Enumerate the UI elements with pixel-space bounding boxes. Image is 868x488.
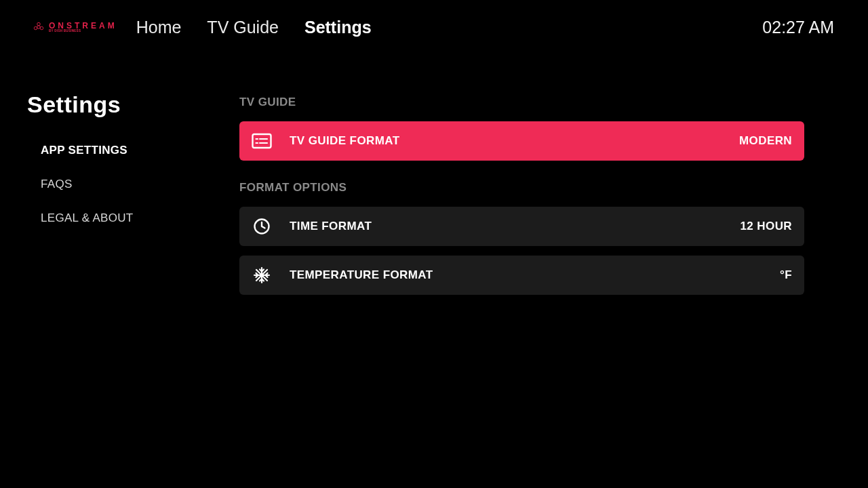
svg-point-0 (37, 22, 41, 26)
top-nav: Home TV Guide Settings (136, 18, 372, 37)
svg-point-2 (40, 26, 43, 30)
nav-tv-guide[interactable]: TV Guide (207, 18, 279, 37)
row-label: TV GUIDE FORMAT (290, 134, 739, 148)
row-temperature-format[interactable]: TEMPERATURE FORMAT °F (239, 256, 804, 295)
row-label: TEMPERATURE FORMAT (290, 268, 780, 282)
clock: 02:27 AM (762, 18, 834, 37)
header: ONSTREAM BY DISH BUSINESS Home TV Guide … (0, 0, 868, 54)
logo-word: ONSTREAM (49, 22, 117, 30)
row-value: °F (780, 268, 792, 282)
logo-sub: BY DISH BUSINESS (49, 30, 117, 33)
page-title: Settings (27, 92, 239, 118)
clock-icon (250, 215, 273, 238)
settings-main: TV GUIDE TV GUIDE FORMAT MODERN FORMAT O… (239, 92, 868, 304)
brand-logo: ONSTREAM BY DISH BUSINESS (33, 21, 117, 33)
section-label-tv-guide: TV GUIDE (239, 96, 804, 109)
sidebar-item-app-settings[interactable]: APP SETTINGS (41, 144, 239, 157)
row-value: MODERN (739, 134, 792, 148)
nav-home[interactable]: Home (136, 18, 182, 37)
section-label-format-options: FORMAT OPTIONS (239, 181, 804, 195)
snowflake-icon (250, 264, 273, 287)
nav-settings[interactable]: Settings (304, 18, 372, 37)
row-tv-guide-format[interactable]: TV GUIDE FORMAT MODERN (239, 121, 804, 161)
sidebar-item-faqs[interactable]: FAQS (41, 178, 239, 191)
sidebar-item-legal-about[interactable]: LEGAL & ABOUT (41, 211, 239, 225)
svg-point-3 (37, 26, 41, 29)
settings-sidebar: Settings APP SETTINGS FAQS LEGAL & ABOUT (27, 92, 239, 304)
row-value: 12 HOUR (741, 220, 793, 233)
row-time-format[interactable]: TIME FORMAT 12 HOUR (239, 207, 804, 246)
logo-hex-icon (33, 21, 45, 33)
guide-icon (250, 129, 273, 152)
row-label: TIME FORMAT (290, 220, 741, 233)
svg-point-1 (34, 26, 37, 30)
svg-rect-4 (253, 134, 271, 148)
